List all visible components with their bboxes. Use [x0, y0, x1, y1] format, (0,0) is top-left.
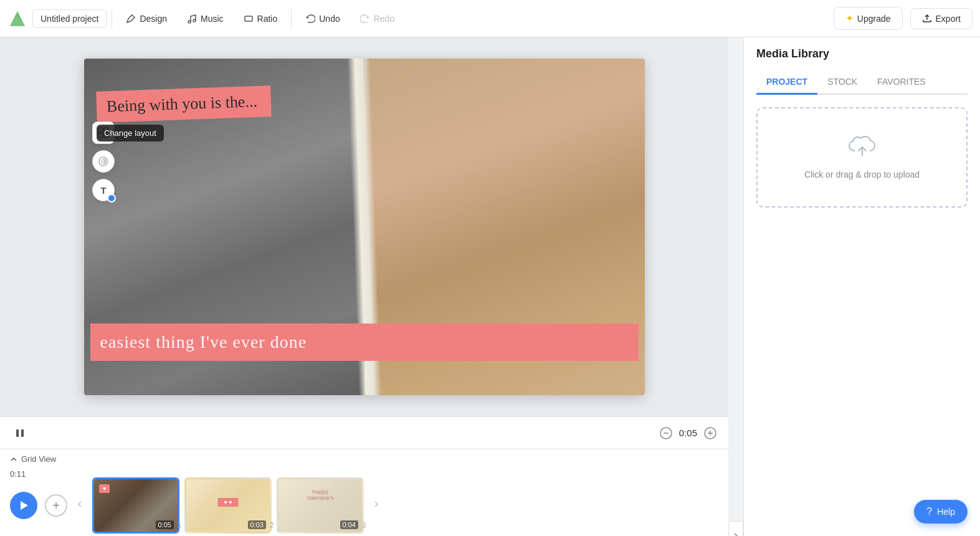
editor-area: T Change layout: [0, 37, 728, 536]
redo-icon: [360, 14, 370, 24]
panel-content: Click or drag & drop to upload: [744, 95, 980, 536]
svg-point-3: [193, 19, 196, 22]
time-minus-button[interactable]: [658, 425, 674, 441]
divider-2: [291, 9, 292, 29]
export-icon: [922, 14, 932, 24]
tab-favorites[interactable]: FAVORITES: [867, 70, 936, 95]
timeline-scroll-left[interactable]: [75, 499, 85, 512]
canvas[interactable]: Being with you is the... easiest thing I…: [84, 59, 645, 395]
main-area: T Change layout: [0, 37, 980, 536]
tab-stock[interactable]: STOCK: [817, 70, 867, 95]
svg-marker-1: [10, 16, 25, 26]
canvas-text-top[interactable]: Being with you is the...: [96, 85, 272, 123]
color-button[interactable]: [92, 150, 115, 173]
pause-icon: [14, 428, 26, 439]
panel-title: Media Library: [756, 47, 968, 60]
time-display: 0:05: [679, 428, 697, 438]
chevron-up-icon: [10, 456, 17, 463]
undo-icon: [305, 14, 315, 24]
panel-collapse-arrow[interactable]: [728, 521, 743, 536]
ratio-button[interactable]: Ratio: [235, 10, 287, 27]
arrow-left-icon: [75, 499, 85, 509]
upload-icon: [847, 133, 877, 161]
grid-view-label: Grid View: [21, 454, 56, 464]
music-button[interactable]: Music: [178, 10, 232, 27]
timeline-total-time: 0:11: [10, 469, 26, 479]
right-panel: Media Library PROJECT STOCK FAVORITES: [743, 37, 980, 536]
time-plus-button[interactable]: [702, 425, 718, 441]
timeline-add-button[interactable]: +: [45, 494, 67, 517]
pause-button[interactable]: [10, 423, 30, 443]
help-icon: ?: [926, 506, 932, 517]
change-layout-tooltip: Change layout: [97, 125, 164, 141]
color-icon: [98, 156, 109, 167]
add-icon: +: [52, 499, 60, 512]
app-logo[interactable]: [7, 9, 27, 29]
timeline-play-button[interactable]: [10, 492, 37, 519]
svg-marker-19: [21, 501, 28, 510]
text-button[interactable]: T: [92, 179, 115, 201]
panel-header: Media Library PROJECT STOCK FAVORITES: [744, 37, 980, 95]
video-controls: 0:05: [0, 416, 728, 449]
design-icon: [126, 14, 136, 24]
clip-num-3: 3: [320, 521, 407, 530]
chevron-right-icon: [732, 531, 740, 536]
export-button[interactable]: Export: [910, 8, 973, 29]
divider-1: [112, 9, 112, 29]
svg-point-2: [188, 21, 191, 23]
panel-tabs: PROJECT STOCK FAVORITES: [756, 70, 968, 95]
project-name[interactable]: Untitled project: [32, 9, 107, 28]
music-icon: [187, 14, 197, 24]
help-button[interactable]: ? Help: [914, 500, 968, 524]
canvas-wrapper: T Change layout: [0, 37, 728, 416]
tab-project[interactable]: PROJECT: [756, 70, 817, 95]
clip-num-2: 2: [228, 521, 315, 530]
star-icon: ✦: [845, 12, 854, 24]
plus-circle-icon: [703, 426, 717, 440]
ratio-icon: [244, 14, 254, 24]
timeline-scroll-right[interactable]: [371, 499, 381, 512]
time-controls: 0:05: [658, 425, 718, 441]
upload-text: Click or drag & drop to upload: [804, 168, 920, 181]
grid-view-toggle[interactable]: Grid View: [10, 454, 56, 464]
timeline: Grid View 0:11 +: [0, 449, 728, 536]
design-button[interactable]: Design: [117, 10, 176, 27]
topbar: Untitled project Design Music Ratio Undo: [0, 0, 980, 37]
canvas-text-bottom[interactable]: easiest thing I've ever done: [90, 323, 639, 361]
undo-button[interactable]: Undo: [297, 10, 348, 27]
play-icon: [18, 500, 29, 511]
clip-numbers: 1 2 3: [136, 521, 407, 530]
svg-rect-13: [21, 429, 24, 437]
clip-1-label: ♥: [99, 484, 110, 493]
clip-num-1: 1: [136, 521, 223, 530]
minus-circle-icon: [659, 426, 673, 440]
svg-rect-4: [245, 16, 252, 21]
active-dot: [107, 194, 116, 203]
upgrade-button[interactable]: ✦ Upgrade: [834, 7, 903, 30]
arrow-right-icon: [371, 499, 381, 509]
text-icon: T: [100, 185, 106, 196]
redo-button[interactable]: Redo: [351, 10, 403, 27]
upload-zone[interactable]: Click or drag & drop to upload: [756, 107, 968, 208]
svg-rect-12: [16, 429, 19, 437]
